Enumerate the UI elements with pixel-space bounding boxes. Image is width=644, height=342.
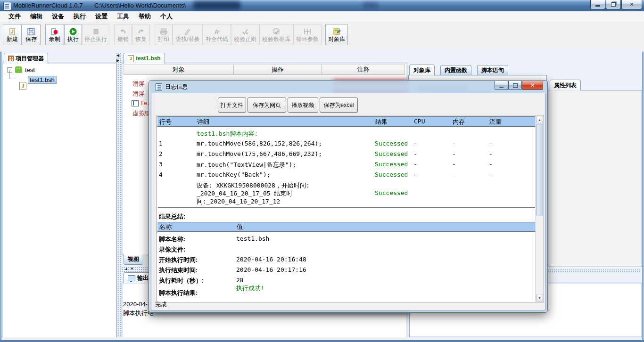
window-edge-right: [642, 11, 644, 342]
tree-node-project[interactable]: test: [25, 66, 35, 73]
summary-row-name: 执行耗时（秒）:: [159, 277, 204, 285]
menu-device[interactable]: 设备: [47, 12, 69, 21]
menu-file[interactable]: 文件: [4, 12, 25, 21]
collapse-left-icon[interactable]: ◀: [116, 54, 119, 57]
log-row-mem: -: [452, 140, 456, 147]
run-button[interactable]: 执行: [64, 24, 82, 45]
dialog-close-button[interactable]: ✕: [522, 81, 543, 90]
complete-code-button[interactable]: A± 补全代码: [203, 24, 231, 45]
tab-view[interactable]: 视图: [124, 254, 143, 265]
dialog-title-bar[interactable]: 日志信息: [156, 83, 188, 91]
stop-button[interactable]: 停止执行: [82, 24, 109, 45]
log-summary-divider: [158, 207, 536, 208]
collapse-right-icon[interactable]: ▶: [116, 59, 119, 63]
menu-settings[interactable]: 设置: [91, 12, 112, 21]
log-row-detail: mr.touchMove(175,667,486,669,232);: [197, 150, 322, 157]
column-header-comment[interactable]: 注释: [322, 65, 405, 75]
log-row-result: Successed: [375, 161, 408, 168]
menu-tools[interactable]: 工具: [112, 12, 134, 21]
script-statements-tab-label: 脚本语句: [481, 66, 504, 74]
log-row-number: 2: [159, 150, 163, 157]
loop-params-button[interactable]: 循环参数: [293, 24, 322, 45]
property-list-tab-label: 属性列表: [554, 81, 577, 90]
redo-icon: [137, 28, 145, 35]
log-row-result: Successed: [375, 150, 408, 157]
minimize-button[interactable]: [590, 0, 605, 9]
undo-button[interactable]: 撤销: [114, 24, 132, 45]
tab-property-list[interactable]: 属性列表: [550, 80, 581, 90]
dialog-close-icon: ✕: [530, 82, 535, 89]
summary-heading: 结果总结:: [159, 212, 185, 221]
project-manager-icon: [8, 56, 14, 61]
print-button[interactable]: 查找/替换 打印: [155, 24, 173, 45]
svg-text:±: ±: [218, 29, 220, 33]
tab-script-file[interactable]: J test1.bsh: [124, 53, 165, 64]
scroll-down-button[interactable]: ▼: [536, 294, 543, 301]
check-database-button[interactable]: 校验数据库: [259, 24, 293, 45]
save-button[interactable]: 保存: [22, 24, 41, 45]
menu-edit[interactable]: 编辑: [25, 12, 47, 21]
open-file-button[interactable]: 打开文件: [218, 98, 246, 113]
script-tab-label: test1.bsh: [136, 55, 161, 62]
menu-run[interactable]: 执行: [69, 12, 91, 21]
play-video-button[interactable]: 播放视频: [288, 98, 318, 113]
tab-object-library[interactable]: 对象库: [409, 65, 435, 75]
object-library-icon: [332, 28, 341, 35]
dialog-maximize-button[interactable]: [508, 81, 522, 90]
title-bar[interactable]: MobileRunnerCloud 1.0.7 C:\Users\Hello W…: [0, 0, 644, 12]
menu-help[interactable]: 帮助: [134, 12, 156, 21]
minimize-icon: [595, 5, 600, 7]
log-row-flow: -: [489, 171, 493, 178]
app-title: MobileRunnerCloud 1.0.7: [13, 2, 83, 9]
dialog-minimize-button[interactable]: [495, 81, 508, 90]
close-icon: ✕: [629, 1, 634, 8]
window-controls: ✕: [590, 0, 642, 9]
collapse-down-icon[interactable]: ▼: [130, 267, 134, 271]
scrollbar-thumb[interactable]: [536, 124, 543, 216]
column-header-action[interactable]: 操作: [233, 65, 322, 75]
tab-builtin-functions[interactable]: 内置函数: [440, 65, 471, 75]
log-row-detail: mr.touchKey("Back");: [197, 171, 271, 178]
col-line-number: 行号: [159, 118, 172, 126]
object-library-button[interactable]: 对象库: [325, 24, 348, 45]
tab-project-manager[interactable]: 项目管理器: [4, 53, 48, 64]
redo-button[interactable]: 恢复: [132, 24, 150, 45]
summary-table-header: 名称 值: [157, 222, 535, 232]
tree-node-script-selected[interactable]: test1.bsh: [28, 76, 57, 84]
new-button[interactable]: J 新建: [3, 24, 22, 45]
log-row-result: Successed: [375, 171, 408, 178]
check-regex-button[interactable]: 校验正则: [231, 24, 259, 45]
summary-row-name: 录像文件:: [159, 245, 185, 254]
scroll-up-button[interactable]: ▲: [536, 116, 543, 123]
summary-col-value: 值: [237, 223, 243, 231]
summary-row-name: 脚本执行结果:: [159, 289, 198, 297]
menu-bar: 文件 编辑 设备 执行 设置 工具 帮助 个人: [0, 11, 644, 22]
column-header-object[interactable]: 对象: [124, 65, 234, 75]
window-edge-bottom: [0, 340, 644, 342]
summary-row-name: 执行结束时间:: [159, 266, 198, 275]
redacted-titlebar-blur: [363, 2, 378, 8]
run-icon: [69, 28, 77, 35]
editor-row-swipe-1[interactable]: 滑屏: [132, 80, 145, 88]
editor-row-swipe-2[interactable]: 滑屏: [132, 90, 145, 98]
svg-text:J: J: [11, 29, 14, 34]
save-as-excel-button[interactable]: 保存为excel: [320, 98, 358, 113]
textview-cell-icon: [132, 100, 139, 106]
save-as-webpage-button[interactable]: 保存为网页: [248, 98, 286, 113]
output-tab-label: 输出: [137, 274, 149, 282]
restore-button[interactable]: [606, 0, 621, 9]
menu-personal[interactable]: 个人: [156, 12, 177, 21]
dialog-scrollbar[interactable]: ▲ ▼: [535, 115, 544, 302]
tab-script-statements[interactable]: 脚本语句: [477, 65, 508, 75]
property-splitter[interactable]: [548, 269, 641, 273]
find-replace-button[interactable]: 查找/替换: [173, 24, 203, 45]
close-button[interactable]: ✕: [621, 0, 642, 9]
status-bar: [2, 337, 642, 340]
log-row-flow: -: [489, 150, 493, 157]
vertical-splitter[interactable]: ◀ ▶: [116, 52, 122, 337]
project-manager-label: 项目管理器: [16, 55, 44, 63]
record-button[interactable]: 录制: [45, 24, 64, 45]
log-row-mem: -: [452, 171, 456, 178]
summary-col-name: 名称: [159, 223, 172, 231]
collapse-up-icon[interactable]: ▲: [124, 267, 128, 271]
